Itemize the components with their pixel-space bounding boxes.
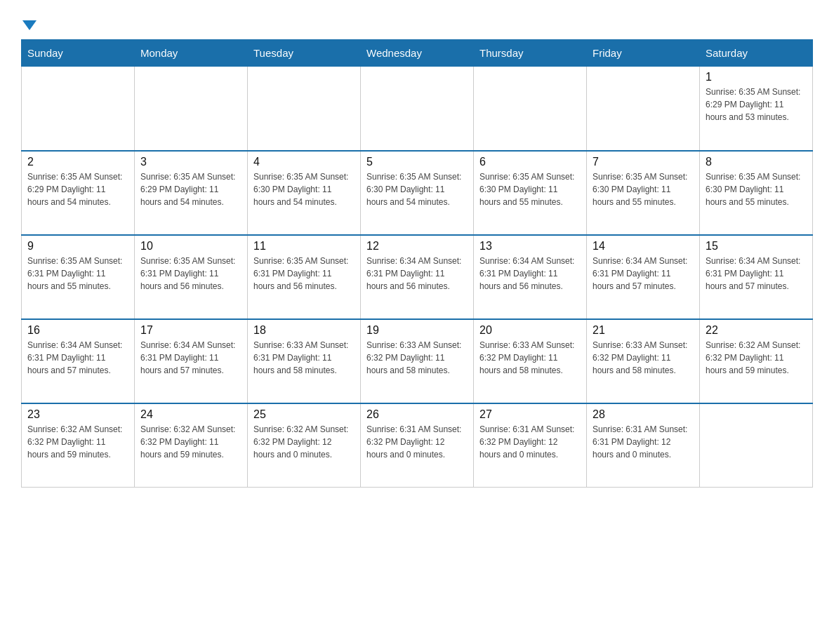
calendar-cell: 25Sunrise: 6:32 AM Sunset: 6:32 PM Dayli… <box>248 403 361 488</box>
day-number: 23 <box>27 408 128 421</box>
day-number: 10 <box>140 240 241 253</box>
day-info: Sunrise: 6:34 AM Sunset: 6:31 PM Dayligh… <box>140 339 241 377</box>
calendar-week-row: 16Sunrise: 6:34 AM Sunset: 6:31 PM Dayli… <box>22 319 813 403</box>
calendar-cell <box>474 67 587 151</box>
calendar-cell: 1Sunrise: 6:35 AM Sunset: 6:29 PM Daylig… <box>700 67 813 151</box>
day-info: Sunrise: 6:33 AM Sunset: 6:32 PM Dayligh… <box>593 339 694 377</box>
calendar-week-row: 1Sunrise: 6:35 AM Sunset: 6:29 PM Daylig… <box>22 67 813 151</box>
calendar-cell: 18Sunrise: 6:33 AM Sunset: 6:31 PM Dayli… <box>248 319 361 403</box>
day-info: Sunrise: 6:33 AM Sunset: 6:32 PM Dayligh… <box>366 339 468 377</box>
calendar-cell: 6Sunrise: 6:35 AM Sunset: 6:30 PM Daylig… <box>474 151 587 235</box>
day-number: 5 <box>366 156 468 168</box>
calendar-cell: 12Sunrise: 6:34 AM Sunset: 6:31 PM Dayli… <box>361 235 474 319</box>
calendar-cell: 20Sunrise: 6:33 AM Sunset: 6:32 PM Dayli… <box>474 319 587 403</box>
calendar-cell: 10Sunrise: 6:35 AM Sunset: 6:31 PM Dayli… <box>135 235 248 319</box>
day-header-saturday: Saturday <box>700 40 813 67</box>
calendar-cell: 24Sunrise: 6:32 AM Sunset: 6:32 PM Dayli… <box>135 403 248 488</box>
day-number: 6 <box>479 156 581 168</box>
calendar-cell: 14Sunrise: 6:34 AM Sunset: 6:31 PM Dayli… <box>587 235 700 319</box>
day-number: 9 <box>27 240 128 253</box>
day-number: 13 <box>479 240 581 253</box>
calendar-cell <box>135 67 248 151</box>
day-info: Sunrise: 6:31 AM Sunset: 6:32 PM Dayligh… <box>479 423 581 461</box>
day-info: Sunrise: 6:35 AM Sunset: 6:29 PM Dayligh… <box>706 86 807 123</box>
day-info: Sunrise: 6:32 AM Sunset: 6:32 PM Dayligh… <box>706 339 807 377</box>
day-number: 19 <box>366 324 468 337</box>
calendar-cell: 27Sunrise: 6:31 AM Sunset: 6:32 PM Dayli… <box>474 403 587 488</box>
calendar-cell <box>700 403 813 488</box>
calendar-cell <box>587 67 700 151</box>
day-info: Sunrise: 6:31 AM Sunset: 6:32 PM Dayligh… <box>366 423 468 461</box>
calendar-week-row: 2Sunrise: 6:35 AM Sunset: 6:29 PM Daylig… <box>22 151 813 235</box>
day-info: Sunrise: 6:33 AM Sunset: 6:32 PM Dayligh… <box>479 339 581 377</box>
calendar-cell: 17Sunrise: 6:34 AM Sunset: 6:31 PM Dayli… <box>135 319 248 403</box>
calendar-cell: 22Sunrise: 6:32 AM Sunset: 6:32 PM Dayli… <box>700 319 813 403</box>
day-number: 20 <box>479 324 581 337</box>
day-number: 18 <box>253 324 355 337</box>
calendar-cell: 21Sunrise: 6:33 AM Sunset: 6:32 PM Dayli… <box>587 319 700 403</box>
day-number: 22 <box>706 324 807 337</box>
day-info: Sunrise: 6:31 AM Sunset: 6:31 PM Dayligh… <box>593 423 694 461</box>
day-info: Sunrise: 6:35 AM Sunset: 6:31 PM Dayligh… <box>140 255 241 293</box>
day-info: Sunrise: 6:35 AM Sunset: 6:30 PM Dayligh… <box>479 170 581 208</box>
calendar-cell: 13Sunrise: 6:34 AM Sunset: 6:31 PM Dayli… <box>474 235 587 319</box>
day-number: 7 <box>593 156 694 168</box>
day-info: Sunrise: 6:34 AM Sunset: 6:31 PM Dayligh… <box>706 255 807 293</box>
day-info: Sunrise: 6:32 AM Sunset: 6:32 PM Dayligh… <box>253 423 355 461</box>
calendar-cell: 3Sunrise: 6:35 AM Sunset: 6:29 PM Daylig… <box>135 151 248 235</box>
day-number: 15 <box>706 240 807 253</box>
day-info: Sunrise: 6:32 AM Sunset: 6:32 PM Dayligh… <box>27 423 128 461</box>
calendar-cell <box>22 67 135 151</box>
calendar-cell: 28Sunrise: 6:31 AM Sunset: 6:31 PM Dayli… <box>587 403 700 488</box>
day-number: 12 <box>366 240 468 253</box>
calendar-cell: 7Sunrise: 6:35 AM Sunset: 6:30 PM Daylig… <box>587 151 700 235</box>
calendar-week-row: 9Sunrise: 6:35 AM Sunset: 6:31 PM Daylig… <box>22 235 813 319</box>
calendar-cell: 8Sunrise: 6:35 AM Sunset: 6:30 PM Daylig… <box>700 151 813 235</box>
calendar-week-row: 23Sunrise: 6:32 AM Sunset: 6:32 PM Dayli… <box>22 403 813 488</box>
day-number: 2 <box>27 156 128 168</box>
day-number: 1 <box>706 71 807 83</box>
day-info: Sunrise: 6:32 AM Sunset: 6:32 PM Dayligh… <box>140 423 241 461</box>
calendar-cell <box>248 67 361 151</box>
calendar-cell: 19Sunrise: 6:33 AM Sunset: 6:32 PM Dayli… <box>361 319 474 403</box>
calendar-cell: 15Sunrise: 6:34 AM Sunset: 6:31 PM Dayli… <box>700 235 813 319</box>
day-number: 4 <box>253 156 355 168</box>
day-header-sunday: Sunday <box>22 40 135 67</box>
day-number: 27 <box>479 408 581 421</box>
day-number: 24 <box>140 408 241 421</box>
calendar-cell: 11Sunrise: 6:35 AM Sunset: 6:31 PM Dayli… <box>248 235 361 319</box>
day-info: Sunrise: 6:35 AM Sunset: 6:29 PM Dayligh… <box>140 170 241 208</box>
day-number: 11 <box>253 240 355 253</box>
page-header <box>21 14 813 32</box>
day-number: 8 <box>706 156 807 168</box>
calendar-cell: 16Sunrise: 6:34 AM Sunset: 6:31 PM Dayli… <box>22 319 135 403</box>
day-number: 3 <box>140 156 241 168</box>
day-info: Sunrise: 6:34 AM Sunset: 6:31 PM Dayligh… <box>366 255 468 293</box>
day-header-wednesday: Wednesday <box>361 40 474 67</box>
day-number: 25 <box>253 408 355 421</box>
day-info: Sunrise: 6:35 AM Sunset: 6:31 PM Dayligh… <box>253 255 355 293</box>
calendar-cell <box>361 67 474 151</box>
day-header-tuesday: Tuesday <box>248 40 361 67</box>
calendar-cell: 4Sunrise: 6:35 AM Sunset: 6:30 PM Daylig… <box>248 151 361 235</box>
day-number: 17 <box>140 324 241 337</box>
calendar-cell: 23Sunrise: 6:32 AM Sunset: 6:32 PM Dayli… <box>22 403 135 488</box>
logo-top-row <box>21 14 37 32</box>
day-info: Sunrise: 6:34 AM Sunset: 6:31 PM Dayligh… <box>479 255 581 293</box>
day-info: Sunrise: 6:35 AM Sunset: 6:30 PM Dayligh… <box>253 170 355 208</box>
calendar-cell: 26Sunrise: 6:31 AM Sunset: 6:32 PM Dayli… <box>361 403 474 488</box>
calendar-cell: 5Sunrise: 6:35 AM Sunset: 6:30 PM Daylig… <box>361 151 474 235</box>
day-number: 21 <box>593 324 694 337</box>
day-info: Sunrise: 6:34 AM Sunset: 6:31 PM Dayligh… <box>27 339 128 377</box>
calendar-cell: 9Sunrise: 6:35 AM Sunset: 6:31 PM Daylig… <box>22 235 135 319</box>
day-number: 14 <box>593 240 694 253</box>
day-header-monday: Monday <box>135 40 248 67</box>
day-info: Sunrise: 6:35 AM Sunset: 6:30 PM Dayligh… <box>366 170 468 208</box>
logo <box>21 14 38 32</box>
day-info: Sunrise: 6:35 AM Sunset: 6:31 PM Dayligh… <box>27 255 128 293</box>
day-info: Sunrise: 6:35 AM Sunset: 6:29 PM Dayligh… <box>27 170 128 208</box>
day-number: 26 <box>366 408 468 421</box>
day-number: 28 <box>593 408 694 421</box>
calendar-cell: 2Sunrise: 6:35 AM Sunset: 6:29 PM Daylig… <box>22 151 135 235</box>
calendar-table: SundayMondayTuesdayWednesdayThursdayFrid… <box>21 39 813 488</box>
